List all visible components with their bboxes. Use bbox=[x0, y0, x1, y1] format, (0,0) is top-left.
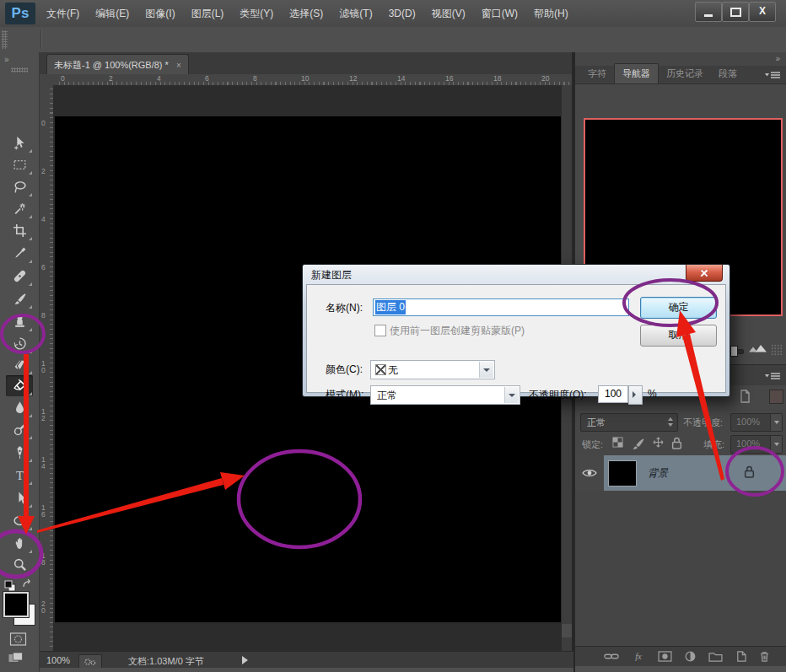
layer-filter-toggle[interactable] bbox=[769, 390, 783, 404]
tool-healing[interactable] bbox=[6, 266, 33, 287]
screen-mode-icon[interactable] bbox=[7, 651, 24, 664]
default-colors-icon[interactable] bbox=[4, 580, 16, 592]
menu-item-4[interactable]: 类型(Y) bbox=[240, 7, 273, 21]
collapse-tools-icon[interactable]: » bbox=[4, 55, 8, 64]
filter-kind-icon[interactable] bbox=[739, 390, 751, 403]
document-tab-close-icon[interactable]: × bbox=[176, 61, 181, 70]
menu-item-1[interactable]: 编辑(E) bbox=[95, 7, 129, 21]
group-icon[interactable] bbox=[708, 651, 723, 662]
menu-item-7[interactable]: 3D(D) bbox=[389, 8, 416, 19]
document-size-info: 文档:1.03M/0 字节 bbox=[128, 655, 204, 668]
opacity-spinner[interactable] bbox=[628, 385, 643, 405]
dialog-close-button[interactable] bbox=[686, 265, 723, 282]
menu-item-2[interactable]: 图像(I) bbox=[145, 7, 175, 21]
panel-resize-grip[interactable] bbox=[771, 344, 783, 356]
menu-item-6[interactable]: 滤镜(T) bbox=[339, 7, 372, 21]
layer-selected-area[interactable]: 背景 bbox=[604, 455, 786, 491]
layer-thumbnail[interactable] bbox=[608, 460, 637, 487]
tool-type[interactable]: T bbox=[6, 465, 33, 486]
status-menu-arrow-icon[interactable] bbox=[242, 656, 248, 664]
hruler-number: 6 bbox=[205, 74, 209, 83]
move-small-icon[interactable] bbox=[653, 437, 664, 451]
tool-move[interactable] bbox=[6, 132, 33, 153]
mask-icon[interactable] bbox=[658, 651, 672, 662]
menu-item-5[interactable]: 选择(S) bbox=[289, 7, 323, 21]
vruler-number: 20 bbox=[41, 601, 49, 614]
color-select[interactable]: 无 bbox=[370, 360, 495, 379]
tool-eraser[interactable] bbox=[6, 354, 33, 375]
menu-item-9[interactable]: 窗口(W) bbox=[482, 7, 518, 21]
quick-mask-icon[interactable] bbox=[9, 632, 27, 646]
layer-name-input[interactable]: 图层 0 bbox=[373, 298, 629, 316]
tool-crop[interactable] bbox=[6, 220, 33, 241]
adjustment-icon[interactable] bbox=[685, 651, 696, 662]
cancel-button[interactable]: 取消 bbox=[640, 325, 717, 347]
clipping-mask-checkbox[interactable] bbox=[374, 325, 386, 336]
panel-tab-3[interactable]: 段落 bbox=[711, 64, 745, 83]
fx-icon[interactable]: fx bbox=[632, 651, 645, 662]
tool-zoom[interactable] bbox=[6, 554, 33, 575]
tool-eyedropper[interactable] bbox=[6, 243, 33, 264]
tool-blur[interactable] bbox=[6, 397, 33, 418]
layer-visibility-cell[interactable] bbox=[575, 455, 605, 491]
hruler-number: 18 bbox=[493, 74, 501, 83]
horizontal-ruler: 02468101214161820 bbox=[53, 74, 573, 86]
vruler-number: 2 bbox=[41, 169, 49, 175]
delete-icon[interactable] bbox=[759, 651, 770, 662]
tool-pen[interactable] bbox=[6, 442, 33, 463]
panel-tab-2[interactable]: 历史记录 bbox=[659, 64, 711, 83]
layer-lock-icon[interactable] bbox=[744, 465, 755, 478]
lock-icon[interactable] bbox=[671, 437, 682, 451]
layers-opacity-select[interactable]: 100% bbox=[730, 413, 783, 432]
collapse-panels-icon[interactable]: » bbox=[775, 54, 779, 63]
minimize-button[interactable] bbox=[695, 2, 722, 22]
tool-wand[interactable] bbox=[6, 198, 33, 219]
vruler-number: 18 bbox=[41, 553, 49, 566]
tool-bucket[interactable] bbox=[6, 375, 33, 396]
dialog-mode-select[interactable]: 正常 bbox=[370, 385, 520, 405]
dialog-title: 新建图层 bbox=[311, 268, 352, 282]
hruler-number: 20 bbox=[541, 74, 549, 83]
brush-icon[interactable] bbox=[631, 437, 645, 451]
link-icon[interactable] bbox=[604, 652, 619, 661]
menu-item-8[interactable]: 视图(V) bbox=[432, 7, 466, 21]
status-options-icon[interactable] bbox=[78, 654, 102, 669]
menu-item-0[interactable]: 文件(F) bbox=[46, 7, 79, 21]
foreground-color-swatch[interactable] bbox=[3, 592, 29, 617]
zoom-level[interactable]: 100% bbox=[46, 655, 70, 665]
menu-item-10[interactable]: 帮助(H) bbox=[534, 7, 568, 21]
layers-panel-menu-icon[interactable] bbox=[764, 371, 781, 381]
blend-mode-select[interactable]: 正常 bbox=[580, 413, 678, 432]
maximize-button[interactable] bbox=[722, 2, 749, 22]
tool-dodge[interactable] bbox=[6, 419, 33, 440]
ok-button[interactable]: 确定 bbox=[640, 297, 717, 319]
tool-marquee[interactable] bbox=[6, 154, 33, 175]
hruler-number: 8 bbox=[253, 74, 257, 83]
tool-lasso[interactable] bbox=[6, 176, 33, 197]
fill-select[interactable]: 100% bbox=[730, 435, 783, 454]
clipping-mask-label: 使用前一图层创建剪贴蒙版(P) bbox=[390, 324, 525, 338]
new-layer-icon[interactable] bbox=[735, 651, 746, 662]
tool-history-brush[interactable] bbox=[6, 333, 33, 354]
tool-path-select[interactable] bbox=[6, 487, 33, 508]
navigator-slider-handle[interactable] bbox=[730, 346, 738, 357]
tool-hand[interactable] bbox=[6, 533, 33, 554]
menu-item-3[interactable]: 图层(L) bbox=[191, 7, 224, 21]
tool-stamp[interactable] bbox=[6, 311, 33, 332]
new-layer-dialog: 新建图层 名称(N): 图层 0 确定 使用前一图层创建剪贴蒙版(P) 取消 颜… bbox=[302, 264, 730, 397]
layer-name: 背景 bbox=[648, 466, 668, 481]
hruler-number: 16 bbox=[445, 74, 453, 83]
eye-icon[interactable] bbox=[582, 468, 597, 478]
tool-shape[interactable] bbox=[6, 510, 33, 531]
zoom-in-mountains-icon[interactable] bbox=[747, 343, 769, 353]
layer-row-background[interactable]: 背景 bbox=[575, 455, 786, 492]
panel-tab-0[interactable]: 字符 bbox=[580, 64, 614, 83]
checker-icon[interactable] bbox=[612, 437, 623, 451]
panel-tab-1[interactable]: 导航器 bbox=[614, 63, 659, 83]
close-button[interactable]: X bbox=[749, 2, 776, 22]
panel-menu-icon[interactable] bbox=[764, 70, 781, 80]
dialog-opacity-input[interactable]: 100 bbox=[598, 385, 628, 403]
document-tab[interactable]: 未标题-1 @ 100%(RGB/8) * × bbox=[46, 54, 189, 75]
swap-colors-icon[interactable] bbox=[22, 578, 34, 589]
tool-brush[interactable] bbox=[6, 288, 33, 309]
